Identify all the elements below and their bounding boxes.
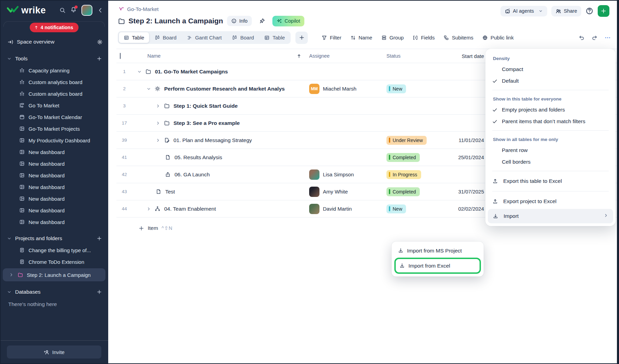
menu-item-export-project-to-excel[interactable]: Export project to Excel [485,195,616,208]
start-date-cell[interactable]: 25/01/2024 [444,154,485,160]
sidebar-item-custom-analytics-board[interactable]: Custom analytics board [0,76,108,88]
status-badge[interactable]: New [386,84,406,93]
expand-chevron-right-icon[interactable] [156,104,164,108]
status-cell[interactable]: Completed [386,187,444,196]
notifications-bell[interactable] [70,7,77,14]
share-button[interactable]: Share [551,6,581,16]
invite-button[interactable]: Invite [7,345,101,359]
menu-item-parent-row[interactable]: Parent row [485,144,616,156]
submenu-item-import-from-excel[interactable]: Import from Excel [396,259,480,272]
add-tool-icon[interactable] [97,56,102,61]
task-name[interactable]: Step 1: Quick Start Guide [173,103,238,109]
start-date-cell[interactable]: 02/02/2024 [444,206,485,212]
add-database-icon[interactable] [97,289,102,295]
column-header-status[interactable]: Status [386,53,444,59]
expand-chevron-down-icon[interactable] [137,69,145,74]
sort-ascending-icon[interactable] [296,54,302,59]
menu-item-cell-borders[interactable]: Cell borders [485,156,616,168]
tab-board-3[interactable]: Board [227,32,259,43]
assignee-cell[interactable]: David Martin [309,204,386,214]
task-name[interactable]: Step 3: See a Pro example [173,120,240,126]
tab-table-4[interactable]: Table [259,32,290,43]
sidebar-item-new-dashboard[interactable]: New dashboard [0,216,108,228]
column-header-name[interactable]: Name [147,53,161,59]
copilot-button[interactable]: Copilot [272,16,304,26]
status-cell[interactable]: New [386,204,444,213]
ai-agents-button[interactable]: AI agents [500,6,547,16]
menu-item-export-this-table-to-excel[interactable]: Export this table to Excel [485,174,616,188]
status-badge[interactable]: Under Review [386,136,427,145]
status-badge[interactable]: New [386,204,406,213]
expand-chevron-right-icon[interactable] [156,121,164,126]
task-name[interactable]: 06. GA Launch [175,172,210,178]
add-view-button[interactable] [295,32,308,44]
sidebar-item-new-dashboard[interactable]: New dashboard [0,181,108,193]
create-new-button[interactable] [598,5,609,17]
subitems-button[interactable]: Subitems [443,35,473,40]
menu-item-import[interactable]: Import [488,209,613,223]
sidebar-item-go-to-market[interactable]: Go To Market [0,99,108,111]
sidebar-item-new-dashboard[interactable]: New dashboard [0,204,108,216]
notifications-badge[interactable]: 4 notifications [30,23,79,32]
expand-chevron-down-icon[interactable] [146,86,155,91]
tab-gantt-chart-2[interactable]: Gantt Chart [182,32,227,43]
menu-item-default[interactable]: Default [485,75,616,87]
info-button[interactable]: Info [227,16,251,26]
select-all-checkbox[interactable] [120,53,121,59]
add-project-icon[interactable] [97,236,102,241]
sidebar-item-new-dashboard[interactable]: New dashboard [0,193,108,204]
sidebar-item-new-dashboard[interactable]: New dashboard [0,158,108,169]
task-name[interactable]: 01. Plan and Messaging Strategy [173,137,252,143]
expand-chevron-right-icon[interactable] [146,207,155,211]
gear-icon[interactable] [97,39,103,45]
menu-item-empty-projects-and-folders[interactable]: Empty projects and folders [485,104,616,116]
pin-button[interactable] [256,15,268,26]
status-cell[interactable]: Completed [386,153,444,162]
task-name[interactable]: Test [165,189,175,195]
tab-board-1[interactable]: Board [150,32,181,43]
chevron-down-icon[interactable] [538,9,543,13]
status-badge[interactable]: Completed [386,153,420,162]
menu-item-compact[interactable]: Compact [485,63,616,75]
sidebar-item-new-dashboard[interactable]: New dashboard [0,169,108,181]
column-header-start-date[interactable]: Start date [444,53,485,59]
sidebar-section-projects[interactable]: Projects and folders [0,233,108,244]
collapse-sidebar-icon[interactable] [97,7,103,13]
status-cell[interactable]: New [386,84,444,93]
name-button[interactable]: Name [350,35,372,40]
menu-item-parent-items-that-don-t-match-filters[interactable]: Parent items that don’t match filters [485,116,616,127]
sidebar-item-chrome-todo-extension[interactable]: Chrome ToDo Extension [0,256,108,268]
task-name[interactable]: 05. Results Analysis [175,154,222,161]
task-name[interactable]: Perform Customer Research and Market Ana… [164,86,285,92]
assignee-cell[interactable]: MMMiachel Marsh [309,84,386,94]
submenu-item-import-from-ms-project[interactable]: Import from MS Project [394,244,481,257]
sidebar-item-go-to-market-projects[interactable]: Go-To Market Projects [0,123,108,134]
sidebar-item-space-overview[interactable]: Space overview [0,36,108,48]
task-name[interactable]: 01. Go-To Market Campaigns [155,69,228,75]
more-options-icon[interactable] [605,35,611,41]
sidebar-item-step-2-launch-a-campaign[interactable]: Step 2: Launch a Campaign [3,268,105,281]
assignee-cell[interactable]: Lisa Simpson [309,169,386,180]
help-icon[interactable] [585,7,594,15]
start-date-cell[interactable]: 31/07/2025 [444,189,485,195]
assignee-cell[interactable]: Amy White [309,187,386,197]
sidebar-section-tools[interactable]: Tools [0,53,108,64]
status-badge[interactable]: Completed [386,187,420,196]
sidebar-item-go-to-market-calendar[interactable]: Go-To Market Calendar [0,111,108,123]
sidebar-item-change-the-billing-type-of[interactable]: Change the billing type of... [0,244,108,256]
user-avatar[interactable] [81,5,92,16]
fields-button[interactable]: Fields [413,35,435,40]
redo-icon[interactable] [592,35,598,41]
wrike-logo[interactable]: wrike [7,5,46,16]
tab-table-0[interactable]: Table [119,32,149,43]
status-cell[interactable]: In Progress [386,170,444,179]
start-date-cell[interactable]: 11/01/2024 [444,137,485,143]
sidebar-item-my-productivity-dashboard[interactable]: My Productivity Dashboard [0,134,108,146]
column-header-assignee[interactable]: Assignee [309,53,386,59]
public-link-button[interactable]: Public link [482,35,514,40]
status-badge[interactable]: In Progress [386,170,421,179]
undo-icon[interactable] [578,35,585,41]
search-icon[interactable] [59,7,66,13]
filter-button[interactable]: Filter [322,35,341,40]
sidebar-section-databases[interactable]: Databases [0,286,108,298]
